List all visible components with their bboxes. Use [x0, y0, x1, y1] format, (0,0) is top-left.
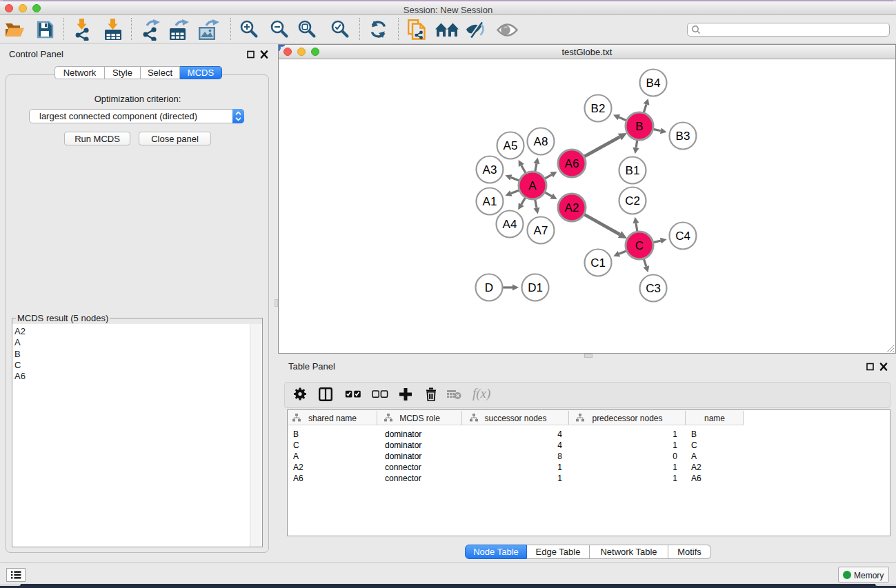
svg-text:A5: A5 — [504, 139, 518, 152]
svg-text:B: B — [635, 120, 643, 133]
svg-text:B3: B3 — [676, 130, 690, 143]
svg-text:A4: A4 — [503, 218, 517, 231]
svg-text:A: A — [528, 179, 537, 192]
svg-text:A3: A3 — [483, 163, 497, 176]
svg-text:A2: A2 — [565, 201, 579, 214]
svg-text:C4: C4 — [675, 230, 690, 243]
svg-text:C2: C2 — [625, 194, 640, 207]
svg-text:A6: A6 — [565, 157, 579, 170]
svg-text:D1: D1 — [528, 281, 543, 294]
svg-text:A7: A7 — [534, 224, 548, 237]
svg-text:A1: A1 — [483, 195, 497, 208]
svg-text:B1: B1 — [626, 164, 640, 177]
svg-text:C1: C1 — [590, 256, 606, 270]
svg-text:A8: A8 — [534, 135, 548, 148]
svg-text:B4: B4 — [646, 77, 661, 90]
svg-text:C3: C3 — [646, 282, 661, 295]
svg-text:C: C — [635, 239, 644, 252]
svg-text:D: D — [485, 281, 493, 294]
svg-text:B2: B2 — [591, 102, 606, 115]
